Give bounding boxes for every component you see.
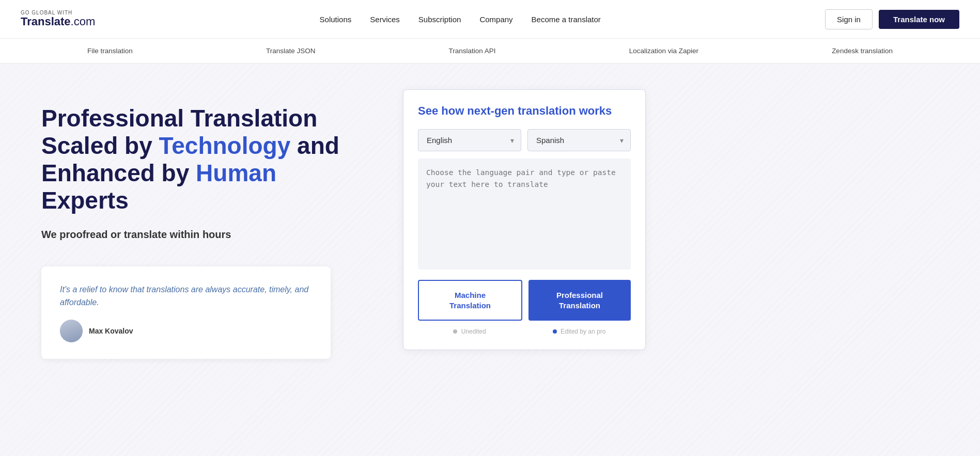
source-language-select[interactable]: English — [418, 129, 521, 151]
logo-dot: .com — [71, 15, 96, 28]
testimonial-text: It's a relief to know that translations … — [60, 283, 312, 309]
subnav-translation-api[interactable]: Translation API — [449, 47, 496, 55]
hero-title-enhanced: Enhanced by — [41, 160, 196, 186]
professional-translation-button[interactable]: ProfessionalTranslation — [528, 280, 631, 321]
edited-label: Edited by an pro — [561, 328, 605, 335]
nav-solutions[interactable]: Solutions — [320, 15, 352, 24]
translate-now-button[interactable]: Translate now — [879, 10, 959, 29]
footer-note-professional: Edited by an pro — [527, 326, 631, 335]
logo-main-text: Translate.com — [21, 15, 95, 28]
unedited-dot — [453, 329, 457, 334]
hero-title-part1: Professional Translation — [41, 105, 317, 132]
translation-buttons: MachineTranslation ProfessionalTranslati… — [418, 280, 631, 321]
footer-note-machine: Unedited — [418, 326, 521, 335]
avatar — [60, 320, 83, 342]
nav-become-translator[interactable]: Become a translator — [532, 15, 601, 24]
source-language-wrapper: English — [418, 129, 521, 151]
unedited-label: Unedited — [461, 328, 486, 335]
signin-button[interactable]: Sign in — [825, 9, 873, 29]
subnav-translate-json[interactable]: Translate JSON — [266, 47, 316, 55]
testimonial-card: It's a relief to know that translations … — [41, 266, 331, 359]
testimonial-author: Max Kovalov — [60, 320, 312, 342]
logo: GO GLOBAL WITH Translate.com — [21, 10, 95, 28]
header-actions: Sign in Translate now — [825, 9, 959, 29]
widget-footer: Unedited Edited by an pro — [418, 326, 631, 335]
translation-widget: See how next-gen translation works Engli… — [403, 89, 646, 350]
logo-word: Translate — [21, 15, 71, 28]
translation-input[interactable] — [418, 159, 631, 270]
hero-highlight-human: Human — [196, 160, 276, 186]
header: GO GLOBAL WITH Translate.com Solutions S… — [0, 0, 980, 39]
subnav-localization-zapier[interactable]: Localization via Zapier — [629, 47, 698, 55]
hero-highlight-technology: Technology — [159, 132, 291, 159]
hero-title-experts: Experts — [41, 187, 129, 214]
hero-right: See how next-gen translation works Engli… — [393, 64, 661, 456]
hero-section: Professional Translation Scaled by Techn… — [0, 64, 980, 456]
hero-title: Professional Translation Scaled by Techn… — [41, 105, 362, 214]
subnav-file-translation[interactable]: File translation — [87, 47, 133, 55]
author-name: Max Kovalov — [89, 327, 133, 335]
hero-title-part2: Scaled by — [41, 132, 159, 159]
main-nav: Solutions Services Subscription Company … — [320, 15, 601, 24]
widget-title: See how next-gen translation works — [418, 104, 631, 118]
hero-title-and: and — [290, 132, 339, 159]
edited-dot — [553, 329, 557, 334]
target-language-wrapper: Spanish — [527, 129, 631, 151]
subnav-zendesk[interactable]: Zendesk translation — [832, 47, 893, 55]
nav-subscription[interactable]: Subscription — [418, 15, 461, 24]
target-language-select[interactable]: Spanish — [527, 129, 631, 151]
subnav: File translation Translate JSON Translat… — [0, 39, 980, 64]
avatar-image — [60, 320, 83, 342]
hero-left: Professional Translation Scaled by Techn… — [0, 64, 393, 456]
machine-translation-button[interactable]: MachineTranslation — [418, 280, 522, 321]
language-selectors: English Spanish — [418, 129, 631, 151]
hero-subtitle: We proofread or translate within hours — [41, 229, 362, 241]
nav-services[interactable]: Services — [370, 15, 400, 24]
nav-company[interactable]: Company — [479, 15, 512, 24]
